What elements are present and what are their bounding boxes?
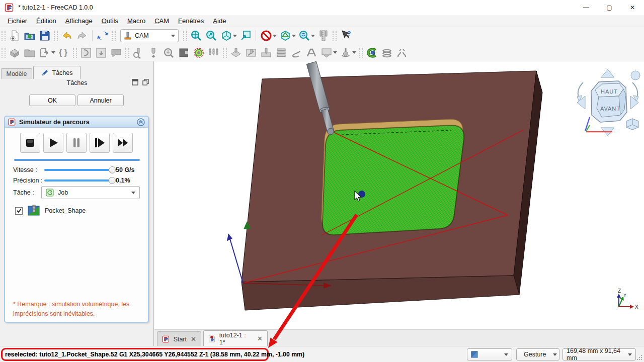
save-button[interactable] [37, 28, 52, 43]
cancel-button[interactable]: Annuler [77, 95, 124, 106]
cam-simulator-button[interactable] [364, 45, 379, 60]
toolbar-grip[interactable] [183, 31, 187, 41]
simulator-header[interactable]: Simulateur de parcours [5, 117, 148, 128]
cam-engrave-button[interactable] [304, 45, 319, 60]
menu-edition[interactable]: Édition [32, 16, 61, 26]
tab-document[interactable]: tuto12-1 : 1* ✕ [203, 330, 268, 346]
undo-button[interactable] [59, 28, 74, 43]
probe-menu-caret[interactable] [352, 51, 356, 54]
cam-toolbit-library-button[interactable] [131, 45, 146, 60]
vcarve-menu-caret[interactable] [333, 51, 337, 54]
isometric-view-button[interactable] [219, 28, 234, 43]
cam-postprocess-button[interactable]: { } [56, 45, 71, 60]
menu-cam[interactable]: CAM [150, 16, 174, 26]
sync-menu-caret[interactable] [311, 35, 315, 37]
maximize-button[interactable]: ▢ [598, 0, 621, 15]
close-button[interactable]: ✕ [621, 0, 644, 15]
draw-style-select[interactable] [467, 348, 512, 360]
cam-sanity-check-button[interactable] [94, 45, 109, 60]
speed-slider[interactable] [44, 169, 112, 171]
zoom-fit-all-button[interactable] [189, 28, 204, 43]
workbench-selector[interactable]: CAM [120, 29, 179, 42]
3d-viewport[interactable]: HAUT AVANT Z Y X [154, 61, 644, 346]
navigation-cube[interactable]: HAUT AVANT [577, 69, 640, 136]
stop-button[interactable] [20, 133, 40, 153]
cam-simulator-gl-button[interactable] [379, 45, 394, 60]
toolbar-grip[interactable] [2, 31, 6, 41]
cam-folder-button[interactable] [22, 45, 37, 60]
small-cube-toggle[interactable] [626, 119, 638, 130]
menu-fenetres[interactable]: Fenêtres [174, 16, 208, 26]
speed-slider-handle[interactable] [109, 166, 116, 173]
pocket-shape-icon [27, 204, 40, 217]
precision-slider-handle[interactable] [109, 177, 116, 184]
refresh-button[interactable] [95, 28, 110, 43]
view-dimensions-select[interactable]: 169,48 mm x 91,64 mm [562, 348, 636, 360]
redo-button[interactable] [74, 28, 90, 43]
zoom-selection-button[interactable] [204, 28, 219, 43]
chevron-down-icon [628, 353, 632, 356]
cam-probe-button[interactable] [338, 45, 353, 60]
menu-outils[interactable]: Outils [97, 16, 123, 26]
cam-pocket-button[interactable] [244, 45, 259, 60]
cam-toolbits-button[interactable] [206, 45, 221, 60]
open-document-button[interactable] [22, 28, 37, 43]
cam-simulator-probe-button[interactable] [161, 45, 176, 60]
precision-slider[interactable] [44, 179, 112, 182]
export-menu-caret[interactable] [51, 51, 55, 54]
sync-view-button[interactable] [297, 28, 312, 43]
navigation-style-select[interactable]: Gesture [516, 348, 559, 360]
cam-helix-button[interactable] [289, 45, 304, 60]
collapse-icon[interactable] [137, 118, 145, 126]
cam-drilling-button[interactable] [259, 45, 274, 60]
fast-forward-button[interactable] [113, 133, 133, 153]
cam-profile-button[interactable] [274, 45, 289, 60]
play-button[interactable] [43, 133, 63, 153]
tab-start-close-icon[interactable]: ✕ [191, 335, 196, 343]
align-to-selection-button[interactable] [238, 28, 253, 43]
cam-vcarve-button[interactable] [319, 45, 334, 60]
cam-dressup-button[interactable] [394, 45, 410, 60]
cam-facemill-button[interactable] [228, 45, 244, 60]
menu-aide[interactable]: Aide [208, 16, 230, 26]
menu-macro[interactable]: Macro [123, 16, 150, 26]
step-forward-button[interactable] [90, 133, 110, 153]
task-select-row: Tâche : Job [13, 186, 144, 199]
navigation-menu-caret[interactable] [273, 35, 277, 37]
operation-checkbox[interactable] [15, 207, 23, 215]
stop-navigation-button[interactable] [259, 28, 274, 43]
measure-button[interactable] [316, 28, 331, 43]
whats-this-button[interactable]: ? [338, 28, 353, 43]
cam-inspect-selection-button[interactable] [191, 45, 206, 60]
undock-panel-icon[interactable] [132, 79, 138, 85]
resize-grip[interactable] [636, 354, 642, 360]
cam-toolbit-dock-button[interactable] [146, 45, 161, 60]
toolbar-grip[interactable] [125, 48, 129, 58]
new-document-button[interactable] [7, 28, 22, 43]
float-panel-icon[interactable] [142, 79, 149, 85]
view-menu-caret[interactable] [233, 35, 237, 37]
ok-button[interactable]: OK [29, 95, 75, 106]
toolbar-grip[interactable] [54, 31, 58, 41]
cam-job-button[interactable] [7, 45, 22, 60]
toolbar-grip[interactable] [223, 48, 227, 58]
pause-button[interactable] [66, 133, 87, 153]
clipping-menu-caret[interactable] [292, 35, 296, 37]
toolbar-grip[interactable] [333, 31, 337, 41]
tab-start[interactable]: Start ✕ [157, 331, 201, 346]
toolbar-grip[interactable] [2, 48, 6, 58]
toolbar-grip[interactable] [359, 48, 363, 58]
minimize-button[interactable]: — [575, 0, 598, 15]
tab-document-close-icon[interactable]: ✕ [257, 335, 263, 342]
menu-affichage[interactable]: Affichage [61, 16, 97, 26]
cam-stock-button[interactable] [176, 45, 191, 60]
cam-inspect-gcode-button[interactable] [78, 45, 94, 60]
toolbar-grip[interactable] [112, 31, 116, 41]
cam-export-button[interactable] [37, 45, 52, 60]
toolbar-grip[interactable] [73, 48, 77, 58]
freecad-logo-icon [5, 3, 14, 12]
cam-comment-button[interactable] [109, 45, 124, 60]
menu-fichier[interactable]: Fichier [3, 16, 32, 26]
clipping-plane-button[interactable] [278, 28, 293, 43]
task-select[interactable]: Job [41, 186, 140, 199]
